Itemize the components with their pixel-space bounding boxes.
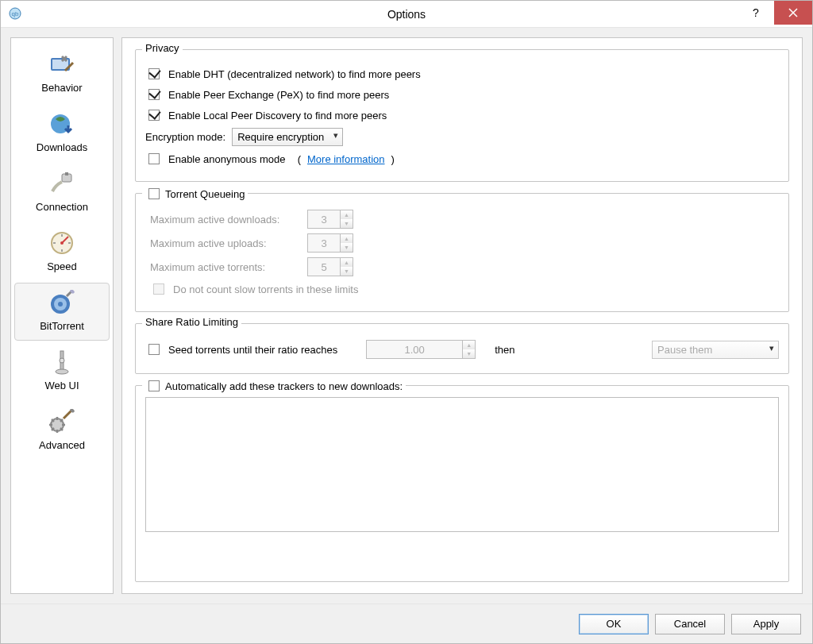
auto-trackers-group: Automatically add these trackers to new … [135,385,789,582]
queueing-group: Torrent Queueing Maximum active download… [135,193,789,312]
spinner-up-icon[interactable]: ▲ [341,258,353,267]
sidebar-item-label: Web UI [44,380,79,391]
close-button[interactable] [774,1,812,25]
window-title: Options [1,8,812,21]
downloads-icon [46,110,78,138]
seed-until-ratio-label: Seed torrents until their ratio reaches [168,344,337,356]
sidebar-item-label: Advanced [39,439,85,451]
encryption-mode-label: Encryption mode: [145,131,225,143]
auto-add-trackers-checkbox[interactable] [148,380,160,391]
seed-until-ratio-checkbox[interactable] [148,344,160,355]
main-panel: Privacy Enable DHT (decentralized networ… [121,37,803,594]
sidebar-item-label: Speed [47,260,77,272]
share-ratio-group: Share Ratio Limiting Seed torrents until… [135,323,789,374]
enable-dht-checkbox[interactable] [148,68,160,79]
sidebar-item-label: Connection [36,201,88,213]
trackers-textarea[interactable] [145,397,779,532]
slow-torrents-label: Do not count slow torrents in these limi… [173,283,358,295]
apply-button[interactable]: Apply [731,614,801,634]
auto-add-trackers-label: Automatically add these trackers to new … [165,380,403,392]
web-ui-icon [46,348,78,376]
sidebar-item-label: BitTorrent [40,320,84,332]
sidebar-item-connection[interactable]: Connection [14,164,110,222]
svg-point-11 [58,302,63,307]
cancel-button[interactable]: Cancel [655,614,725,634]
sidebar-item-advanced[interactable]: Advanced [14,402,110,460]
enable-pex-checkbox[interactable] [148,89,160,100]
sidebar-item-label: Downloads [37,141,87,153]
enable-anonymous-label: Enable anonymous mode [168,153,285,165]
enable-lpd-checkbox[interactable] [148,110,160,121]
ratio-then-label: then [495,344,514,356]
titlebar: qb Options ? [1,1,812,28]
spinner-up-icon[interactable]: ▲ [341,234,353,243]
max-active-uploads-label: Maximum active uploads: [150,237,301,249]
ratio-action-select[interactable]: Pause them [652,341,779,359]
options-dialog: qb Options ? Behav [0,0,813,644]
enable-dht-label: Enable DHT (decentralized network) to fi… [168,68,421,80]
spinner-down-icon[interactable]: ▼ [341,267,353,276]
encryption-mode-select[interactable]: Require encryption [232,128,343,146]
enable-pex-label: Enable Peer Exchange (PeX) to find more … [168,89,389,101]
sidebar-item-behavior[interactable]: Behavior [14,44,110,102]
privacy-group: Privacy Enable DHT (decentralized networ… [135,49,789,182]
torrent-queueing-checkbox[interactable] [148,188,160,199]
torrent-queueing-legend: Torrent Queueing [165,188,245,200]
dialog-body: Behavior Downloads [1,28,812,604]
bittorrent-icon [46,288,78,317]
ratio-value-spinner[interactable]: ▲▼ [366,340,476,359]
speed-icon [46,229,78,257]
advanced-icon [46,407,78,436]
anonymous-more-info-link[interactable]: More information [307,153,385,165]
spinner-up-icon[interactable]: ▲ [463,341,475,349]
max-active-downloads-label: Maximum active downloads: [150,214,301,226]
sidebar-item-downloads[interactable]: Downloads [14,104,110,162]
privacy-legend: Privacy [142,42,183,54]
spinner-down-icon[interactable]: ▼ [341,219,353,228]
svg-text:qb: qb [12,10,19,17]
enable-anonymous-checkbox[interactable] [148,153,160,164]
max-active-downloads-spinner[interactable]: ▲▼ [307,210,353,229]
svg-point-14 [56,369,68,374]
max-active-uploads-spinner[interactable]: ▲▼ [307,233,353,253]
sidebar-item-bittorrent[interactable]: BitTorrent [14,283,110,341]
dialog-footer: OK Cancel Apply [1,604,812,643]
ok-button[interactable]: OK [579,614,649,634]
max-active-torrents-spinner[interactable]: ▲▼ [307,257,353,276]
connection-icon [46,169,78,198]
share-ratio-legend: Share Ratio Limiting [142,316,241,328]
sidebar-item-speed[interactable]: Speed [14,223,110,281]
spinner-up-icon[interactable]: ▲ [341,210,353,219]
svg-point-15 [60,358,64,363]
help-button[interactable]: ? [738,1,774,25]
sidebar-item-web-ui[interactable]: Web UI [14,342,110,400]
slow-torrents-checkbox[interactable] [153,283,164,295]
sidebar-item-label: Behavior [41,82,82,94]
svg-rect-6 [65,172,68,175]
spinner-down-icon[interactable]: ▼ [341,243,353,252]
max-active-torrents-label: Maximum active torrents: [150,261,301,273]
qb-app-icon: qb [9,7,23,21]
behavior-icon [46,50,78,79]
category-sidebar: Behavior Downloads [10,37,114,594]
spinner-down-icon[interactable]: ▼ [463,349,475,358]
enable-lpd-label: Enable Local Peer Discovery to find more… [168,110,387,121]
